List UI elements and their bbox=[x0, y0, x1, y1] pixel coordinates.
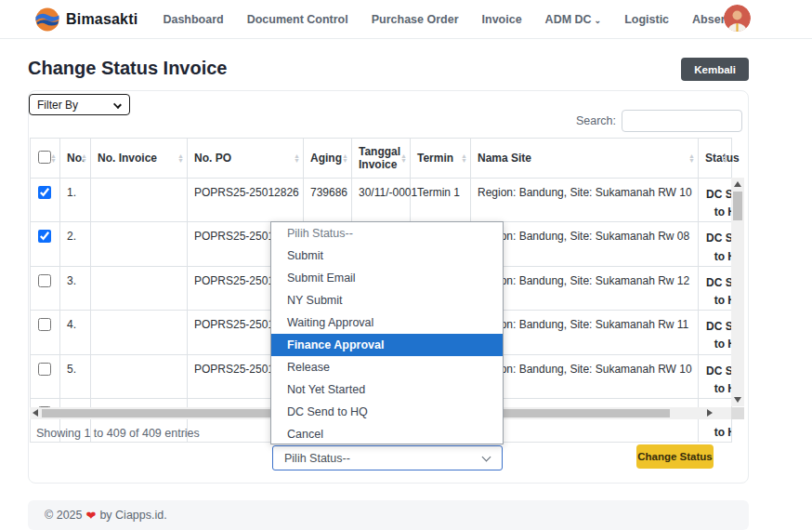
header-nama-site[interactable]: Nama Site▲▼ bbox=[471, 139, 699, 179]
select-all-checkbox[interactable] bbox=[38, 151, 51, 164]
cell-aging: 739686 bbox=[304, 179, 352, 222]
nav-item-adm-dc[interactable]: ADM DC⌄ bbox=[545, 13, 602, 26]
header-no-invoice[interactable]: No. Invoice▲▼ bbox=[91, 139, 188, 179]
row-checkbox[interactable] bbox=[38, 274, 51, 287]
scroll-down-icon[interactable] bbox=[734, 397, 741, 403]
row-checkbox[interactable] bbox=[38, 318, 51, 331]
dropdown-option-release[interactable]: Release bbox=[271, 356, 503, 378]
nav-item-invoice[interactable]: Invoice bbox=[482, 13, 522, 26]
cell-no-po: POPRS25-25012826 bbox=[188, 179, 304, 222]
cell-nama-site: Region: Bandung, Site: Sukamanah RW 10 bbox=[471, 179, 699, 222]
sort-icon: ▲▼ bbox=[342, 153, 348, 163]
row-checkbox-cell bbox=[31, 311, 60, 354]
cell-no: 2. bbox=[60, 222, 91, 266]
brand-logo[interactable]: Bimasakti bbox=[35, 7, 138, 32]
header-no[interactable]: No.▲▼ bbox=[60, 139, 91, 179]
kembali-button[interactable]: Kembali bbox=[681, 58, 749, 81]
status-select[interactable]: Pilih Status-- bbox=[272, 445, 503, 470]
status-select-value: Pilih Status-- bbox=[284, 452, 350, 465]
header-no-po[interactable]: No. PO▲▼ bbox=[188, 139, 304, 179]
sort-icon: ▲▼ bbox=[688, 153, 695, 163]
cell-no-invoice bbox=[91, 179, 188, 222]
footer-copyright: © 2025 bbox=[45, 509, 83, 522]
cell-termin: Termin 1 bbox=[411, 179, 471, 222]
dropdown-option-ny-submit[interactable]: NY Submit bbox=[271, 289, 503, 311]
dropdown-option-submit[interactable]: Submit bbox=[271, 245, 503, 267]
dropdown-option-not-yet-started[interactable]: Not Yet Started bbox=[271, 378, 503, 401]
header-tanggal-invoice[interactable]: Tanggal Invoice▲▼ bbox=[352, 139, 411, 179]
sort-icon: ▲▼ bbox=[722, 153, 728, 163]
user-avatar[interactable] bbox=[724, 5, 751, 32]
dropdown-option-dc-send-to-hq[interactable]: DC Send to HQ bbox=[271, 401, 503, 423]
cell-no-invoice bbox=[91, 354, 188, 398]
cell-no-invoice bbox=[91, 311, 188, 354]
dropdown-option-waiting-approval[interactable]: Waiting Approval bbox=[271, 311, 503, 334]
cell-status: DC Send to HQ bbox=[699, 398, 732, 442]
chevron-down-icon bbox=[113, 100, 122, 109]
nav-item-logistic[interactable]: Logistic bbox=[624, 13, 669, 26]
header-termin[interactable]: Termin▲▼ bbox=[411, 139, 471, 179]
cell-nama-site: Region: Bandung, Site: Sukamanah Rw 11 bbox=[471, 311, 699, 354]
cell-status: DC Send to HQ bbox=[699, 266, 732, 310]
sort-icon: ▲▼ bbox=[81, 153, 87, 163]
cell-no-invoice bbox=[91, 266, 188, 310]
cell-nama-site: Region: Bandung, Site: Sukamanah Rw 08 bbox=[471, 222, 699, 266]
row-checkbox-cell bbox=[31, 179, 60, 222]
footer-credit: by Ciapps.id. bbox=[99, 509, 166, 522]
nav-links: Dashboard Document Control Purchase Orde… bbox=[163, 13, 737, 26]
cell-nama-site: Region: Bandung, Site: Sukamanah Rw 12 bbox=[471, 266, 699, 310]
header-select-all[interactable]: ▲▼ bbox=[31, 139, 60, 179]
sort-icon: ▲▼ bbox=[177, 153, 184, 163]
table-header-row: ▲▼ No.▲▼ No. Invoice▲▼ No. PO▲▼ Aging▲▼ … bbox=[31, 139, 732, 179]
cell-nama-site: Region: Bandung, Site: Sukamanah Rw 08 bbox=[471, 398, 699, 442]
cell-status: DC Send to HQ bbox=[699, 354, 732, 398]
brand-name: Bimasakti bbox=[66, 11, 138, 28]
dropdown-option-finance-approval[interactable]: Finance Approval bbox=[271, 334, 503, 356]
vertical-scrollbar[interactable] bbox=[731, 178, 744, 406]
scroll-right-icon[interactable] bbox=[707, 409, 713, 417]
top-navbar: Bimasakti Dashboard Document Control Pur… bbox=[0, 0, 812, 39]
header-status[interactable]: Status▲▼ bbox=[699, 139, 732, 179]
cell-no: 1. bbox=[60, 179, 91, 222]
chevron-down-icon bbox=[482, 453, 491, 462]
dropdown-option-submit-email[interactable]: Submit Email bbox=[271, 267, 503, 289]
sort-icon: ▲▼ bbox=[50, 153, 57, 163]
filter-by-select[interactable]: Filter By bbox=[29, 94, 130, 115]
page-title: Change Status Invoice bbox=[28, 58, 228, 79]
status-dropdown-list: Pilih Status-- Submit Submit Email NY Su… bbox=[270, 221, 504, 444]
row-checkbox-cell bbox=[31, 222, 60, 266]
page-root: Bimasakti Dashboard Document Control Pur… bbox=[0, 0, 812, 530]
row-checkbox[interactable] bbox=[38, 363, 51, 376]
bimasakti-globe-icon bbox=[35, 7, 59, 32]
cell-status: DC Send to HQ bbox=[699, 222, 732, 266]
dropdown-option-cancel[interactable]: Cancel bbox=[271, 423, 503, 445]
invoice-table-card: Filter By Search: ▲▼ No.▲▼ No. Invoice▲▼… bbox=[28, 90, 749, 484]
cell-nama-site: Region: Bandung, Site: Sukamanah RW 10 bbox=[471, 354, 699, 398]
cell-tanggal-invoice: 30/11/-0001 bbox=[352, 179, 411, 222]
scroll-left-icon[interactable] bbox=[33, 409, 38, 417]
scrollbar-corner bbox=[731, 407, 744, 419]
header-aging[interactable]: Aging▲▼ bbox=[304, 139, 352, 179]
search-input[interactable] bbox=[622, 110, 742, 132]
chevron-down-icon: ⌄ bbox=[595, 16, 602, 25]
heart-icon: ❤ bbox=[86, 509, 97, 523]
scroll-up-icon[interactable] bbox=[734, 181, 741, 187]
filter-by-label: Filter By bbox=[37, 99, 78, 112]
page-footer: © 2025 ❤ by Ciapps.id. bbox=[28, 500, 749, 530]
nav-item-purchase-order[interactable]: Purchase Order bbox=[372, 13, 459, 26]
change-status-button[interactable]: Change Status bbox=[636, 444, 714, 469]
cell-no: 4. bbox=[60, 311, 91, 354]
row-checkbox-cell bbox=[31, 266, 60, 310]
nav-item-document-control[interactable]: Document Control bbox=[247, 13, 348, 26]
row-checkbox[interactable] bbox=[38, 186, 51, 199]
row-checkbox-cell bbox=[31, 354, 60, 398]
sort-icon: ▲▼ bbox=[294, 153, 300, 163]
cell-status: DC Send to HQ bbox=[699, 179, 732, 222]
row-checkbox[interactable] bbox=[38, 230, 51, 243]
sort-icon: ▲▼ bbox=[461, 153, 467, 163]
nav-item-dashboard[interactable]: Dashboard bbox=[163, 13, 223, 26]
dropdown-option-pilih-status[interactable]: Pilih Status-- bbox=[271, 222, 503, 245]
vertical-scrollbar-thumb[interactable] bbox=[733, 192, 742, 220]
table-row: 1. POPRS25-25012826 739686 30/11/-0001 T… bbox=[31, 179, 732, 222]
search-container: Search: bbox=[576, 110, 742, 132]
